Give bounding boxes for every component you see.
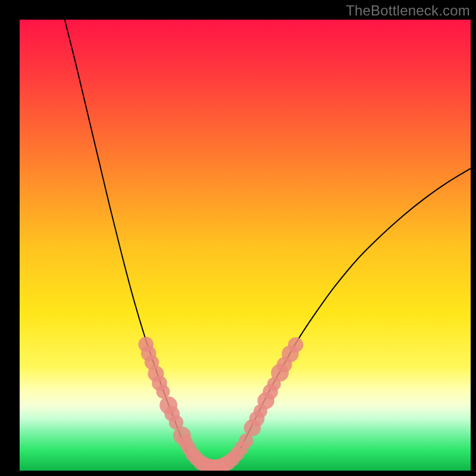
curve-marker [288, 337, 303, 353]
gradient-background [20, 20, 471, 471]
outer-frame: TheBottleneck.com [0, 0, 476, 476]
plot-area [20, 20, 471, 471]
watermark-text: TheBottleneck.com [346, 2, 470, 19]
bottleneck-chart [20, 20, 471, 471]
